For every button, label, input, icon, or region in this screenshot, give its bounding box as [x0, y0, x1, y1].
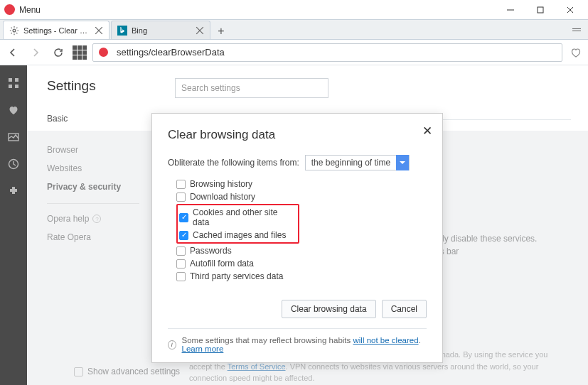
- tab-strip: Settings - Clear browsing ... Bing +: [0, 20, 588, 40]
- svg-rect-12: [9, 85, 12, 88]
- svg-point-4: [13, 29, 16, 32]
- option-thirdparty[interactable]: Third party services data: [176, 270, 427, 283]
- dialog-info-note: i Some settings that may reflect browsin…: [168, 336, 427, 353]
- bookmark-heart-button[interactable]: [568, 45, 584, 60]
- option-browsing-history[interactable]: Browsing history: [176, 178, 427, 190]
- window-close-button[interactable]: [555, 0, 585, 20]
- chevron-down-icon: [396, 155, 409, 170]
- rail-gallery-icon[interactable]: [7, 131, 20, 143]
- option-download-history[interactable]: Download history: [176, 190, 427, 203]
- window-menu-label[interactable]: Menu: [19, 5, 496, 15]
- dialog-title: Clear browsing data: [168, 128, 427, 142]
- svg-rect-13: [15, 85, 18, 88]
- learn-more-link[interactable]: Learn more: [182, 345, 224, 353]
- new-tab-button[interactable]: +: [212, 23, 230, 39]
- reload-button[interactable]: [50, 44, 67, 61]
- search-settings-input[interactable]: Search settings: [175, 78, 328, 98]
- rail-extensions-icon[interactable]: [7, 185, 20, 197]
- tab-label: Bing: [132, 26, 191, 35]
- tab-settings[interactable]: Settings - Clear browsing ...: [3, 21, 109, 39]
- bing-icon: [117, 26, 127, 36]
- tab-close-icon[interactable]: [196, 26, 204, 35]
- tab-label: Settings - Clear browsing ...: [23, 26, 90, 35]
- speed-dial-button[interactable]: [73, 45, 87, 60]
- nav-forward-button[interactable]: [27, 44, 44, 61]
- icon-rail: [0, 65, 27, 385]
- window-minimize-button[interactable]: [496, 0, 525, 20]
- clear-browsing-data-dialog: ✕ Clear browsing data Obliterate the fol…: [151, 113, 443, 363]
- gear-icon: [9, 26, 19, 36]
- address-bar-row: settings/clearBrowserData: [0, 40, 588, 65]
- option-cached[interactable]: Cached images and files: [179, 229, 296, 242]
- svg-rect-11: [15, 78, 18, 82]
- svg-rect-7: [117, 26, 127, 36]
- info-icon: i: [168, 340, 176, 349]
- clear-data-button[interactable]: Clear browsing data: [282, 300, 376, 318]
- svg-rect-10: [9, 78, 12, 82]
- time-range-label: Obliterate the following items from:: [168, 158, 299, 168]
- opera-logo-icon: [4, 4, 15, 15]
- rail-heart-icon[interactable]: [7, 104, 20, 116]
- cancel-button[interactable]: Cancel: [382, 300, 427, 318]
- svg-rect-1: [538, 7, 543, 13]
- not-cleared-link[interactable]: will not be cleared: [353, 336, 419, 345]
- option-cookies[interactable]: Cookies and other site data: [179, 206, 296, 229]
- url-text: settings/clearBrowserData: [117, 47, 557, 58]
- sidebar-item-basic[interactable]: Basic: [47, 109, 166, 128]
- page-title: Settings: [47, 78, 166, 94]
- tab-menu-button[interactable]: [570, 23, 584, 37]
- option-passwords[interactable]: Passwords: [176, 244, 427, 257]
- highlight-annotation: Cookies and other site data Cached image…: [176, 204, 299, 244]
- option-autofill[interactable]: Autofill form data: [176, 257, 427, 270]
- window-maximize-button[interactable]: [525, 0, 555, 20]
- opera-badge-icon: [99, 48, 108, 57]
- address-bar[interactable]: settings/clearBrowserData: [92, 43, 562, 62]
- nav-back-button[interactable]: [4, 44, 21, 61]
- tab-close-icon[interactable]: [95, 26, 103, 35]
- time-range-select[interactable]: the beginning of time: [305, 155, 410, 170]
- rail-speeddial-icon[interactable]: [7, 77, 20, 90]
- dialog-close-button[interactable]: ✕: [422, 124, 432, 139]
- rail-history-icon[interactable]: [7, 158, 20, 170]
- tab-bing[interactable]: Bing: [111, 21, 210, 39]
- window-titlebar: Menu: [0, 0, 588, 20]
